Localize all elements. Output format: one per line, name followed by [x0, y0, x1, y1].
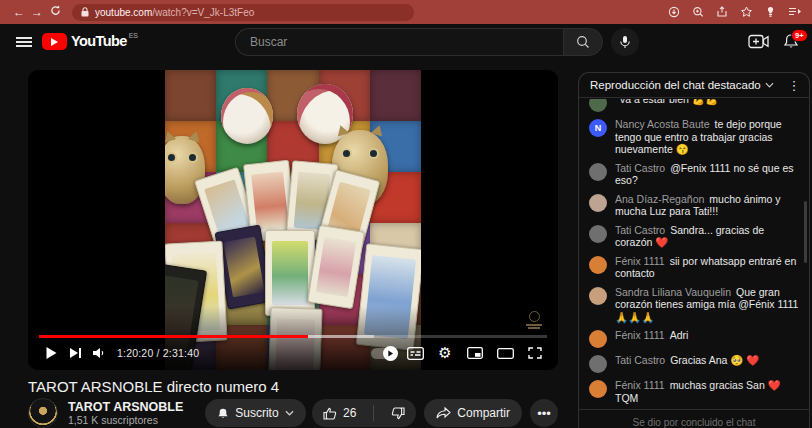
fullscreen-icon[interactable]: [523, 341, 547, 365]
chat-author[interactable]: Fénix 1111: [615, 329, 665, 341]
forward-icon[interactable]: →: [28, 5, 46, 19]
tarot-card: [265, 230, 315, 316]
youtube-logo[interactable]: YouTube ES: [42, 33, 138, 50]
chat-author[interactable]: Ana Díaz-Regañon: [615, 193, 704, 205]
play-button[interactable]: [39, 341, 63, 365]
avatar[interactable]: [589, 99, 607, 112]
like-button[interactable]: 26: [312, 399, 367, 427]
search-input[interactable]: [235, 28, 563, 56]
channel-name[interactable]: TAROT ARSNOBLE: [68, 400, 183, 414]
address-bar[interactable]: youtube.com/watch?v=V_Jk-L3tFeo: [72, 4, 414, 21]
played-bar: [39, 335, 308, 338]
chat-message: Tati CastroSandra... gracias de corazón …: [579, 221, 809, 252]
notification-badge: 9+: [791, 29, 808, 42]
back-icon[interactable]: ←: [10, 5, 28, 19]
channel-watermark: [526, 311, 542, 330]
player-controls: 1:20:20 / 2:31:40 ⚙: [39, 340, 547, 366]
thumbs-down-icon: [391, 407, 405, 420]
share-page-icon[interactable]: [716, 6, 729, 18]
chat-author[interactable]: Tati Castro: [615, 224, 665, 236]
avatar[interactable]: [589, 355, 607, 373]
search-button[interactable]: [563, 28, 603, 56]
chat-divider: [579, 409, 809, 410]
chat-end-note: Se dio por concluido el chat: [579, 417, 809, 428]
subscriber-count: 1,51 K suscriptores: [68, 414, 183, 426]
avatar[interactable]: [589, 287, 607, 305]
menu-icon[interactable]: [16, 37, 32, 47]
like-dislike-group: 26: [312, 399, 416, 427]
chat-author[interactable]: Tati Castro: [615, 354, 665, 366]
notifications-button[interactable]: 9+: [783, 33, 799, 54]
extension-icon[interactable]: [764, 6, 777, 18]
avatar[interactable]: [589, 380, 607, 398]
chat-message: va a estar bien 💪💪: [579, 99, 809, 115]
miniplayer-icon[interactable]: [463, 341, 487, 365]
subscribed-button[interactable]: Suscrito: [205, 399, 305, 427]
chat-message: Sandra Liliana VauquelinQue gran corazón…: [579, 283, 809, 327]
progress-bar[interactable]: [39, 335, 547, 338]
sidebar-panel-icon[interactable]: [788, 6, 802, 18]
avatar[interactable]: N: [589, 119, 607, 137]
chat-author[interactable]: Sandra Liliana Vauquelin: [615, 286, 731, 298]
avatar[interactable]: [589, 163, 607, 181]
channel-avatar[interactable]: [28, 398, 58, 428]
live-chat-panel: Reproducción del chat destacado ⋮ va a e…: [578, 72, 810, 428]
share-button[interactable]: Compartir: [424, 399, 522, 427]
chat-mode-selector[interactable]: Reproducción del chat destacado: [590, 79, 761, 91]
chat-message-list[interactable]: va a estar bien 💪💪 N Nancy Acosta Bautet…: [579, 99, 809, 409]
more-actions-button[interactable]: •••: [530, 399, 558, 427]
theater-mode-icon[interactable]: [493, 341, 517, 365]
screen: ← → youtube.com/watch?v=V_Jk-L3tFeo YouT…: [0, 0, 812, 428]
chat-text: Adri: [670, 329, 689, 341]
chat-author[interactable]: Fénix 1111: [615, 379, 665, 391]
video-title: TAROT ARSNOBLE directo numero 4: [28, 378, 558, 395]
url-domain: youtube.com: [95, 7, 152, 18]
subtitles-icon[interactable]: [403, 341, 427, 365]
voice-search-button[interactable]: [611, 28, 639, 56]
chevron-down-icon[interactable]: [765, 80, 774, 90]
volume-button[interactable]: [87, 341, 111, 365]
settings-icon[interactable]: ⚙: [433, 341, 457, 365]
chat-scrollbar[interactable]: [804, 201, 807, 263]
chat-message: Tati CastroGracias Ana 🥺 ❤️: [579, 351, 809, 376]
avatar[interactable]: [589, 225, 607, 243]
chat-message: Fénix 1111sii por whatsapp entraré en co…: [579, 252, 809, 283]
chat-author[interactable]: Nancy Acosta Baute: [615, 118, 710, 130]
subscribed-label: Suscrito: [235, 406, 278, 420]
avatar[interactable]: [589, 256, 607, 274]
chat-header: Reproducción del chat destacado ⋮: [579, 73, 809, 98]
chat-menu-icon[interactable]: ⋮: [785, 78, 803, 93]
reload-icon[interactable]: [46, 5, 64, 19]
candle-left: [221, 88, 273, 144]
chat-message: Fénix 1111Adri: [579, 326, 809, 351]
avatar[interactable]: [589, 194, 607, 212]
bookmark-star-icon[interactable]: [740, 6, 753, 18]
chat-author[interactable]: Tati Castro: [615, 162, 665, 174]
autoplay-toggle[interactable]: [371, 348, 397, 359]
browser-toolbar: ← → youtube.com/watch?v=V_Jk-L3tFeo: [0, 0, 812, 24]
dislike-button[interactable]: [380, 399, 416, 427]
like-count: 26: [343, 406, 356, 420]
chat-message: Ana Díaz-Regañonmucho ánimo y mucha Luz …: [579, 190, 809, 221]
chat-text: va a estar bien 💪💪: [620, 99, 718, 105]
bell-icon: [217, 407, 229, 420]
chevron-down-icon: [285, 410, 294, 416]
youtube-wordmark: YouTube: [71, 33, 127, 50]
next-button[interactable]: [63, 341, 87, 365]
create-button[interactable]: [748, 34, 770, 53]
youtube-masthead: YouTube ES 9+: [0, 24, 812, 60]
zoom-page-icon[interactable]: [692, 6, 705, 18]
create-video-icon: [748, 34, 770, 49]
save-page-icon[interactable]: [668, 6, 681, 18]
chat-author[interactable]: Fénix 1111: [615, 255, 665, 267]
url-path: /watch?v=V_Jk-L3tFeo: [152, 7, 254, 18]
share-icon: [436, 407, 451, 419]
youtube-play-icon: [42, 33, 67, 50]
time-display: 1:20:20 / 2:31:40: [117, 347, 199, 359]
avatar[interactable]: [589, 330, 607, 348]
microphone-icon: [619, 35, 631, 49]
video-player[interactable]: 1:20:20 / 2:31:40 ⚙: [28, 70, 558, 370]
chat-message: Fénix 1111muchas gracias San ❤️ TQM: [579, 376, 809, 407]
chat-message: N Nancy Acosta Bautete dejo porque tengo…: [579, 115, 809, 159]
share-label: Compartir: [457, 406, 510, 420]
